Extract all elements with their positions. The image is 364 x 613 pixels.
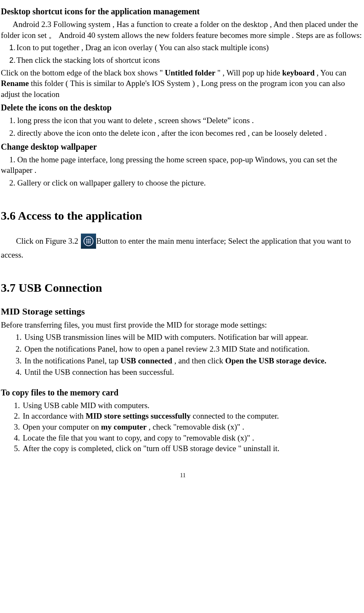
- list-item: Locate the file that you want to copy, a…: [22, 433, 364, 444]
- svg-point-6: [89, 241, 91, 242]
- bold-keyboard: keyboard: [282, 68, 315, 77]
- list-item: 1. On the home page interface, long pres…: [1, 154, 364, 176]
- list-item: After the copy is completed, click on "t…: [22, 443, 364, 454]
- list-item: Open your computer on my computer , chec…: [22, 422, 364, 433]
- text-run: Click on Figure 3.2: [16, 237, 80, 246]
- svg-point-2: [88, 239, 89, 240]
- list-item: 2.Then click the stacking lots of shortc…: [9, 55, 364, 66]
- text-run: " , Will pop up hide: [215, 68, 282, 77]
- list-text: Then click the stacking lots of shortcut…: [16, 56, 160, 65]
- para-mid-lead: Before transferring files, you must firs…: [1, 320, 364, 331]
- heading-mid-storage-settings: MID Storage settings: [1, 305, 364, 318]
- heading-3-7-usb-connection: 3.7 USB Connection: [1, 280, 364, 296]
- text-run: this folder ( This is similar to Apple's…: [1, 79, 345, 99]
- bold-rename: Rename: [1, 79, 29, 88]
- list-storage-settings: Using USB transmission lines will be MID…: [24, 332, 364, 378]
- para-click-figure-3-2: Click on Figure 3.2 Button to enter the …: [1, 234, 364, 261]
- list-item: 2. directly above the icon onto the dele…: [1, 128, 364, 139]
- bold-open-usb-storage: Open the USB storage device.: [225, 356, 327, 365]
- list-item: Using USB transmission lines will be MID…: [24, 332, 364, 343]
- svg-point-4: [86, 241, 87, 242]
- text-run: , You can: [315, 68, 346, 77]
- list-text: Icon to put together , Drag an icon over…: [16, 43, 269, 52]
- list-number: 1.: [9, 43, 16, 52]
- text-run: connected to the computer.: [191, 411, 279, 420]
- list-item: In the notifications Panel, tap USB conn…: [24, 355, 364, 366]
- list-item: Using USB cable MID with computers.: [22, 400, 364, 411]
- para-android-folder-intro: Android 2.3 Following system , Has a fun…: [1, 19, 364, 40]
- page-number: 11: [1, 472, 364, 480]
- list-item: 2. Gallery or click on wallpaper gallery…: [9, 177, 364, 188]
- heading-desktop-shortcut: Desktop shortcut icons for the applicati…: [1, 6, 364, 17]
- bold-untitled-folder: Untitled folder: [165, 68, 215, 77]
- svg-point-9: [89, 242, 91, 244]
- heading-delete-icons: Delete the icons on the desktop: [1, 102, 364, 113]
- text-run: Open your computer on: [23, 422, 101, 431]
- svg-point-3: [89, 239, 91, 240]
- list-item: Until the USB connection has been succes…: [24, 367, 364, 378]
- svg-point-7: [86, 242, 87, 244]
- para-untitled-folder: Click on the bottom edge of the black bo…: [1, 67, 364, 100]
- text-run: , check "removable disk (x)" .: [147, 422, 244, 431]
- svg-point-1: [86, 239, 87, 240]
- list-number: 2.: [9, 56, 16, 65]
- list-item: 1.Icon to put together , Drag an icon ov…: [9, 42, 364, 53]
- text-run: In accordance with: [23, 411, 86, 420]
- list-text: 1. On the home page interface, long pres…: [1, 155, 337, 175]
- heading-change-wallpaper: Change desktop wallpaper: [1, 141, 364, 153]
- bold-mid-store-settings: MID store settings successfully: [86, 411, 190, 420]
- heading-copy-files-memory-card: To copy files to the memory card: [1, 387, 364, 398]
- list-item: 1. long press the icon that you want to …: [9, 115, 364, 126]
- list-text: 2. directly above the icon onto the dele…: [9, 129, 327, 137]
- text-run: Click on the bottom edge of the black bo…: [1, 68, 165, 77]
- svg-point-8: [88, 242, 89, 244]
- apps-grid-icon: [81, 234, 96, 249]
- heading-3-6-access-application: 3.6 Access to the application: [1, 208, 364, 224]
- bold-my-computer: my computer: [101, 422, 147, 431]
- text-run: In the notifications Panel, tap: [24, 356, 120, 365]
- svg-point-5: [88, 241, 89, 242]
- bold-usb-connected: USB connected: [120, 356, 172, 365]
- list-item: Open the notifications Panel, how to ope…: [24, 344, 364, 355]
- list-copy-files: Using USB cable MID with computers. In a…: [22, 400, 364, 454]
- text-run: , and then click: [172, 356, 225, 365]
- list-item: In accordance with MID store settings su…: [22, 411, 364, 422]
